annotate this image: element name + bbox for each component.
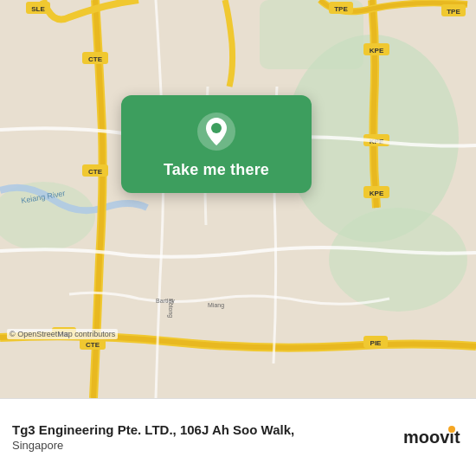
svg-text:TPE: TPE (334, 5, 348, 13)
location-pin-icon (196, 111, 237, 152)
business-address: Singapore (12, 438, 402, 453)
svg-text:PIE: PIE (370, 339, 383, 347)
business-name: Tg3 Engineering Pte. LTD., 106J Ah Soo W… (12, 421, 402, 439)
svg-text:CTE: CTE (88, 55, 103, 63)
moovit-logo-svg: moovit (402, 424, 464, 452)
svg-text:KPE: KPE (370, 190, 384, 197)
svg-text:TPE: TPE (447, 8, 460, 16)
svg-point-34 (448, 426, 455, 433)
bottom-text-block: Tg3 Engineering Pte. LTD., 106J Ah Soo W… (12, 421, 402, 454)
svg-text:Miang: Miang (208, 302, 224, 309)
location-card: Take me there (121, 95, 312, 193)
osm-credit: © OpenStreetMap contributors (7, 329, 118, 339)
svg-text:Bartley: Bartley (156, 298, 175, 305)
moovit-logo: moovit (402, 424, 464, 452)
map-container: Keiang River CTE CTE CTE PIE PIE KPE KPE… (0, 0, 476, 398)
bottom-bar: Tg3 Engineering Pte. LTD., 106J Ah Soo W… (0, 398, 476, 476)
svg-point-32 (211, 123, 222, 133)
svg-point-2 (329, 208, 467, 312)
take-me-there-button[interactable]: Take me there (164, 161, 269, 179)
svg-text:SLE: SLE (31, 5, 45, 13)
svg-text:KPE: KPE (370, 47, 384, 55)
svg-text:CTE: CTE (88, 168, 103, 176)
svg-text:CTE: CTE (86, 341, 100, 349)
